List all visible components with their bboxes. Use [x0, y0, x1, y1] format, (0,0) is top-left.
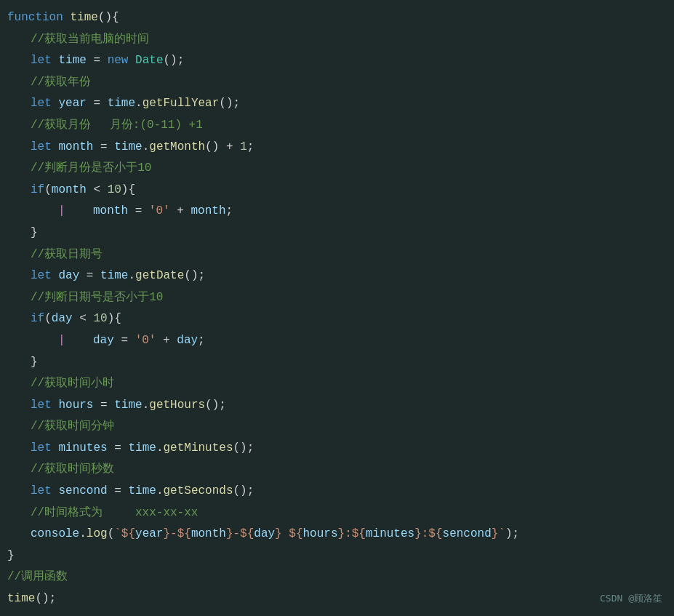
line-5: let year = time.getFullYear();: [0, 93, 674, 115]
line-6: //获取月份 月份:(0-11) +1: [0, 115, 674, 137]
comment-10: //时间格式为 xxx-xx-xx: [31, 503, 198, 524]
line-23: let sencond = time.getSeconds();: [0, 481, 674, 503]
comment-7: //获取时间小时: [31, 373, 114, 395]
line-13: let day = time.getDate();: [0, 265, 674, 287]
line-10: | month = '0' + month;: [0, 201, 674, 223]
line-7: let month = time.getMonth() + 1;: [0, 137, 674, 159]
line-20: //获取时间分钟: [0, 416, 674, 438]
line-12: //获取日期号: [0, 244, 674, 266]
line-14: //判断日期号是否小于10: [0, 287, 674, 309]
line-9: if(month < 10){: [0, 180, 674, 201]
line-28: time();: [0, 588, 674, 610]
comment-2: //获取年份: [31, 72, 91, 94]
comment-8: //获取时间分钟: [31, 416, 114, 438]
line-11: }: [0, 223, 674, 244]
line-16: | day = '0' + day;: [0, 330, 674, 352]
code-editor: function time(){ //获取当前电脑的时间 let time = …: [0, 4, 674, 613]
line-8: //判断月份是否小于10: [0, 158, 674, 180]
line-21: let minutes = time.getMinutes();: [0, 438, 674, 460]
line-15: if(day < 10){: [0, 308, 674, 330]
line-2: //获取当前电脑的时间: [0, 29, 674, 51]
line-19: let hours = time.getHours();: [0, 395, 674, 417]
line-17: }: [0, 352, 674, 374]
line-1: function time(){: [0, 7, 674, 29]
comment-1: //获取当前电脑的时间: [31, 29, 149, 51]
line-25: console.log(`${year}-${month}-${day} ${h…: [0, 524, 674, 545]
watermark: CSDN @顾洛笙: [600, 590, 662, 607]
line-3: let time = new Date();: [0, 50, 674, 72]
line-27: //调用函数: [0, 567, 674, 588]
line-22: //获取时间秒数: [0, 459, 674, 481]
line-18: //获取时间小时: [0, 373, 674, 395]
line-24: //时间格式为 xxx-xx-xx: [0, 503, 674, 524]
comment-11: //调用函数: [7, 567, 68, 588]
comment-3: //获取月份 月份:(0-11) +1: [31, 115, 203, 137]
comment-5: //获取日期号: [31, 244, 103, 266]
line-4: //获取年份: [0, 72, 674, 94]
comment-9: //获取时间秒数: [31, 459, 114, 481]
comment-4: //判断月份是否小于10: [31, 158, 151, 180]
function-name: time: [70, 7, 97, 29]
line-26: }: [0, 545, 674, 567]
comment-6: //判断日期号是否小于10: [31, 287, 163, 309]
keyword-function: function: [7, 7, 63, 29]
